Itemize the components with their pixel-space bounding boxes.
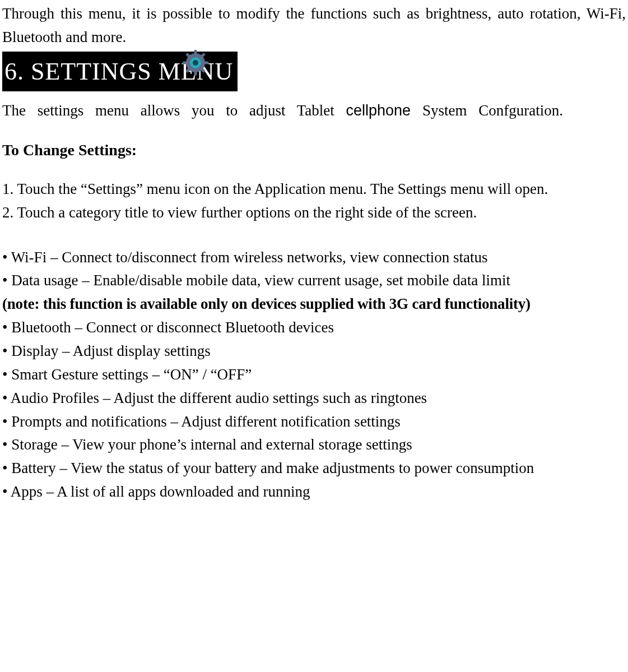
svg-point-10: [193, 60, 198, 66]
svg-rect-1: [194, 50, 197, 54]
note-3g: (note: this function is available only o…: [2, 293, 626, 316]
svg-rect-4: [204, 61, 208, 64]
spacer: [2, 225, 626, 246]
bullet-storage: • Storage – View your phone’s internal a…: [2, 433, 626, 457]
bullet-display: • Display – Adjust display settings: [2, 340, 626, 363]
svg-rect-3: [183, 61, 187, 64]
bullet-battery: • Battery – View the status of your batt…: [2, 457, 626, 480]
settings-intro-a: The settings menu allows you to adjust T…: [2, 102, 346, 119]
step-2: 2. Touch a category title to view furthe…: [2, 201, 626, 225]
bullet-data-usage: • Data usage – Enable/disable mobile dat…: [2, 269, 626, 293]
step-1: 1. Touch the “Settings” menu icon on the…: [2, 178, 626, 201]
bullet-audio-profiles: • Audio Profiles – Adjust the different …: [2, 387, 626, 410]
to-change-settings-heading: To Change Settings:: [2, 138, 626, 162]
settings-gear-icon: [173, 48, 218, 78]
bullet-bluetooth: • Bluetooth – Connect or disconnect Blue…: [2, 316, 626, 340]
settings-intro-b: System Confguration.: [411, 102, 563, 119]
settings-intro: The settings menu allows you to adjust T…: [2, 99, 626, 123]
bullet-smart-gesture: • Smart Gesture settings – “ON” / “OFF”: [2, 363, 626, 387]
svg-rect-2: [194, 71, 197, 76]
document-page: Through this menu, it is possible to mod…: [0, 0, 628, 515]
bullet-apps: • Apps – A list of all apps downloaded a…: [2, 480, 626, 504]
intro-text: Through this menu, it is possible to mod…: [2, 2, 626, 49]
bullet-wifi: • Wi-Fi – Connect to/disconnect from wir…: [2, 246, 626, 270]
heading-row: 6. SETTINGS MENU: [2, 52, 626, 91]
cellphone-word: cellphone: [346, 102, 411, 119]
bullet-prompts: • Prompts and notifications – Adjust dif…: [2, 410, 626, 434]
